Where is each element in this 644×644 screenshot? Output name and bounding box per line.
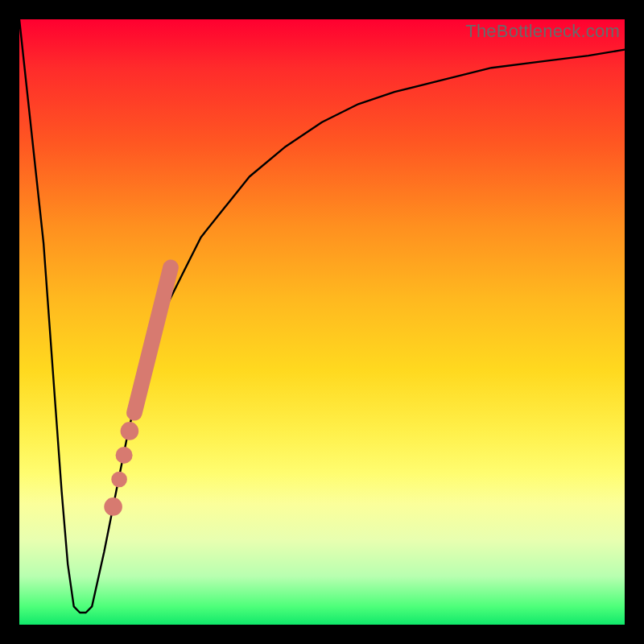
marker-dot-1 bbox=[121, 422, 139, 440]
chart-svg bbox=[19, 19, 625, 625]
plot-area: TheBottleneck.com bbox=[19, 19, 625, 625]
curve-layer bbox=[19, 19, 625, 613]
marker-segment bbox=[134, 267, 171, 413]
watermark-text: TheBottleneck.com bbox=[465, 21, 620, 42]
marker-dot-4 bbox=[104, 497, 122, 516]
chart-frame: TheBottleneck.com bbox=[0, 0, 644, 644]
bottleneck-curve bbox=[19, 19, 625, 613]
markers-layer bbox=[104, 267, 171, 515]
marker-dot-2 bbox=[116, 447, 133, 464]
marker-dot-3 bbox=[111, 472, 127, 488]
